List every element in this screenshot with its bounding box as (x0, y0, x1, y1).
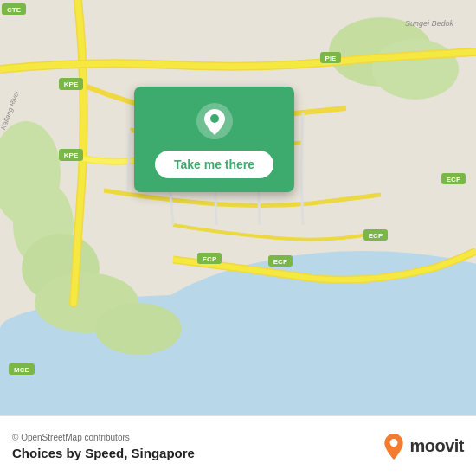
svg-text:ECP: ECP (273, 258, 288, 266)
svg-point-5 (372, 39, 459, 100)
moovit-text: moovit (409, 436, 464, 456)
svg-text:ECP: ECP (447, 176, 461, 183)
svg-point-32 (210, 114, 219, 123)
svg-point-10 (95, 303, 182, 355)
location-pin-icon (196, 102, 234, 140)
moovit-pin-icon (382, 433, 406, 460)
svg-text:KPE: KPE (64, 80, 79, 88)
location-card: Take me there (134, 87, 294, 192)
attribution-text: © OpenStreetMap contributors (12, 433, 195, 442)
svg-text:PIE: PIE (325, 55, 338, 62)
svg-text:Sungei Bedok: Sungei Bedok (405, 19, 454, 28)
map-area: KPE KPE PIE ECP ECP ECP ECP MCE CTE Sung… (0, 0, 476, 415)
svg-point-33 (390, 439, 398, 447)
bottom-bar: © OpenStreetMap contributors Choices by … (0, 415, 476, 476)
svg-text:MCE: MCE (14, 366, 29, 374)
take-me-there-button[interactable]: Take me there (155, 151, 273, 178)
bottom-left: © OpenStreetMap contributors Choices by … (12, 433, 195, 460)
svg-text:CTE: CTE (7, 6, 22, 14)
svg-text:ECP: ECP (203, 255, 217, 263)
location-title: Choices by Speed, Singapore (12, 446, 195, 460)
svg-text:KPE: KPE (64, 151, 79, 159)
svg-text:ECP: ECP (369, 232, 383, 240)
moovit-logo: moovit (382, 433, 464, 460)
